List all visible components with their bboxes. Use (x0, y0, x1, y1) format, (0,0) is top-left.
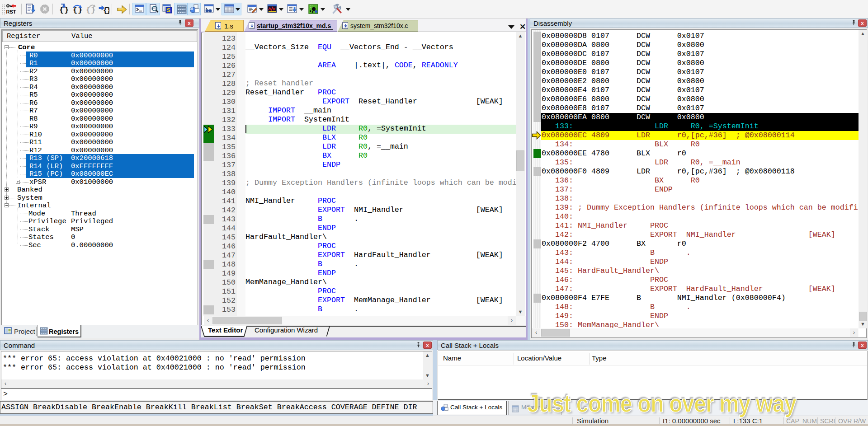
svg-text:}: } (106, 6, 109, 14)
svg-text:RST: RST (6, 9, 16, 14)
svg-text:S: S (167, 7, 170, 14)
svg-text:}: } (91, 6, 95, 14)
svg-text:}: } (64, 6, 69, 14)
svg-text:{: { (86, 6, 90, 14)
